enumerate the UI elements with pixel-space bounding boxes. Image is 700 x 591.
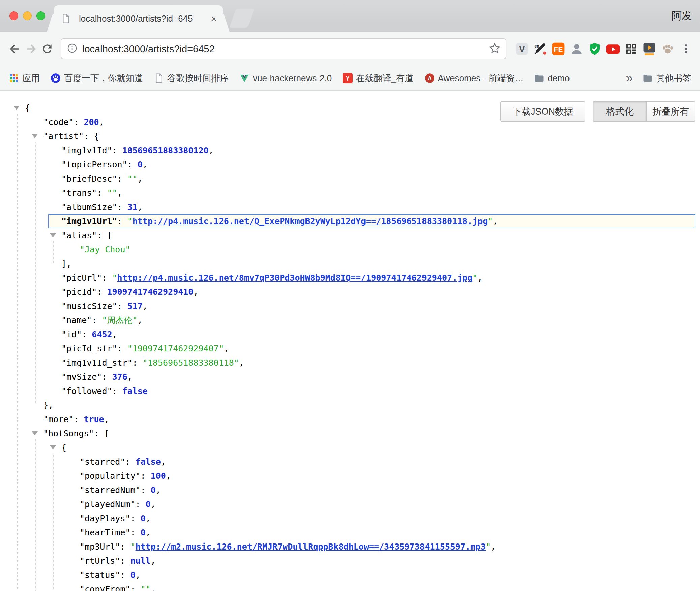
site-info-icon[interactable]: [67, 43, 78, 55]
bookmark-item[interactable]: 谷歌按时间排序: [154, 72, 229, 84]
collapse-arrow-icon[interactable]: [32, 431, 38, 435]
json-token: : [: [97, 230, 112, 240]
collapse-all-button[interactable]: 折叠所有: [647, 101, 695, 122]
vimium-v-icon[interactable]: V: [514, 41, 530, 57]
json-line: {: [0, 441, 700, 455]
collapse-arrow-icon[interactable]: [13, 106, 20, 110]
profile-name[interactable]: 阿发: [672, 0, 692, 32]
collapse-arrow-icon[interactable]: [50, 233, 56, 237]
json-token: ,: [127, 372, 133, 382]
json-line: "img1v1Url": "http://p4.music.126.net/Q_…: [48, 214, 695, 228]
json-key: "starredNum": [80, 485, 141, 495]
json-line: "alias": [: [0, 228, 700, 243]
player-icon[interactable]: [641, 41, 658, 57]
new-tab-button[interactable]: [229, 9, 254, 28]
json-key: "trans": [61, 188, 97, 198]
json-url-link[interactable]: http://p4.music.126.net/Q_ExePNkmgB2yWyL…: [133, 216, 488, 226]
paw-icon[interactable]: [660, 41, 676, 57]
bookmark-item[interactable]: demo: [534, 73, 570, 84]
bookmarks-overflow-icon[interactable]: »: [626, 71, 633, 85]
fe-icon[interactable]: FE: [550, 41, 566, 57]
json-token: 0: [141, 514, 146, 523]
json-key: "followed": [61, 386, 112, 396]
json-token: ": [127, 216, 133, 226]
json-line: "followed": false: [0, 384, 700, 398]
json-token: ": [472, 273, 477, 283]
url-text[interactable]: localhost:3000/artists?id=6452: [82, 43, 489, 55]
json-token: ,: [112, 330, 117, 339]
json-key: "popularity": [80, 471, 141, 481]
close-window-icon[interactable]: [9, 11, 18, 20]
json-line: "hearTime": 0,: [0, 526, 700, 540]
json-token: ,: [143, 160, 148, 169]
bookmark-item[interactable]: AAwesomes - 前端资…: [425, 72, 524, 84]
json-token: :: [97, 188, 107, 198]
bookmark-item[interactable]: 应用: [9, 72, 40, 84]
json-token: :: [127, 160, 138, 169]
bookmark-label: 百度一下，你就知道: [64, 72, 143, 84]
json-key: "picUrl": [61, 273, 102, 283]
json-token: ,: [151, 556, 156, 566]
json-line: "Jay Chou": [0, 243, 700, 257]
json-token: :: [130, 528, 141, 537]
bookmark-item[interactable]: Y在线翻译_有道: [343, 72, 413, 84]
bookmark-star-icon[interactable]: [489, 42, 500, 55]
json-key: "copyFrom": [80, 584, 130, 591]
browser-menu-icon[interactable]: [678, 41, 693, 57]
json-token: ,: [209, 146, 214, 155]
bookmark-item[interactable]: 百度一下，你就知道: [51, 72, 143, 84]
json-line: "artist": {: [0, 129, 700, 144]
collapse-arrow-icon[interactable]: [32, 134, 38, 138]
json-token: 200: [84, 117, 99, 127]
bookmark-label: 应用: [22, 72, 40, 84]
json-token: ": [112, 273, 117, 283]
qr-code-icon[interactable]: [623, 41, 639, 57]
json-line: "trans": "",: [0, 186, 700, 200]
zoom-window-icon[interactable]: [36, 11, 45, 20]
svg-text:FE: FE: [554, 45, 563, 53]
reload-button[interactable]: [39, 41, 55, 57]
json-token: : {: [84, 131, 99, 141]
json-line: "picUrl": "http://p4.music.126.net/8mv7q…: [0, 271, 700, 285]
tab-title: localhost:3000/artists?id=645: [79, 13, 207, 24]
format-button[interactable]: 格式化: [593, 101, 647, 122]
json-token: ": [130, 542, 136, 552]
json-token: 376: [112, 372, 127, 382]
json-token: :: [130, 584, 141, 591]
json-token: 0: [151, 485, 156, 495]
json-line: "playedNum": 0,: [0, 497, 700, 511]
json-token: ,: [193, 287, 198, 297]
json-line: "img1v1Id": 18569651883380120,: [0, 144, 700, 158]
url-box[interactable]: localhost:3000/artists?id=6452: [61, 38, 506, 59]
bookmark-label: 在线翻译_有道: [356, 72, 413, 84]
green-shield-icon[interactable]: [587, 41, 603, 57]
json-token: 6452: [92, 330, 112, 339]
json-token: 0: [141, 528, 146, 537]
json-token: :: [130, 514, 141, 523]
window-controls: [9, 11, 45, 20]
back-button[interactable]: [7, 41, 23, 57]
address-bar: localhost:3000/artists?id=6452 VenFE: [0, 32, 700, 66]
json-token: :: [120, 570, 130, 580]
json-url-link[interactable]: http://p4.music.126.net/8mv7qP30Pd3oHW8b…: [117, 273, 473, 283]
forward-button[interactable]: [23, 41, 39, 57]
translate-pen-icon[interactable]: en: [532, 41, 548, 57]
json-key: "more": [43, 414, 74, 424]
download-json-button[interactable]: 下载JSON数据: [500, 101, 585, 122]
folder-icon: [643, 73, 653, 83]
minimize-window-icon[interactable]: [23, 11, 32, 20]
json-key: "playedNum": [80, 499, 136, 509]
youtube-icon[interactable]: [605, 41, 621, 57]
person-icon[interactable]: [568, 41, 585, 57]
collapse-arrow-icon[interactable]: [50, 445, 56, 449]
other-bookmarks-button[interactable]: 其他书签: [643, 72, 691, 84]
tab-close-icon[interactable]: ×: [211, 13, 217, 24]
bookmark-item[interactable]: vue-hackernews-2.0: [239, 73, 332, 84]
json-token: ": [486, 542, 491, 552]
json-token: :: [117, 174, 127, 184]
json-token: ,: [136, 570, 141, 580]
json-line: "musicSize": 517,: [0, 299, 700, 313]
browser-tab[interactable]: localhost:3000/artists?id=645 ×: [54, 5, 223, 32]
json-url-link[interactable]: http://m2.music.126.net/RMJR7wDullRqppBk…: [136, 542, 486, 552]
json-line: "mvSize": 376,: [0, 370, 700, 384]
